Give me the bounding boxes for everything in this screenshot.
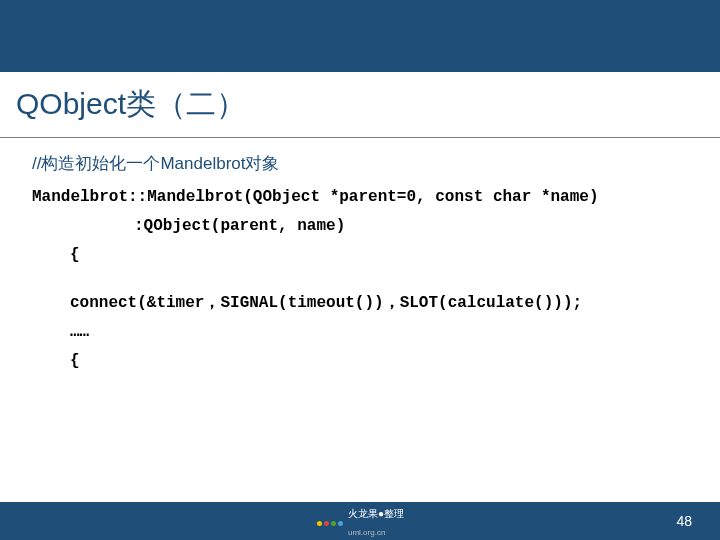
slide-title: QObject类（二）	[0, 72, 720, 133]
footer-logo: 火龙果●整理 uml.org.cn	[316, 503, 404, 539]
code-comment: //构造初始化一个Mandelbrot对象	[32, 152, 688, 175]
spacer	[32, 269, 688, 289]
code-brace-open-2: {	[32, 347, 688, 376]
code-ellipsis: ……	[32, 318, 688, 347]
code-brace-open: {	[32, 241, 688, 270]
title-underline	[0, 137, 720, 138]
top-banner	[0, 0, 720, 72]
code-line-1: Mandelbrot::Mandelbrot(QObject *parent=0…	[32, 183, 688, 212]
logo-title: 火龙果●整理	[348, 508, 404, 519]
slide-content: //构造初始化一个Mandelbrot对象 Mandelbrot::Mandel…	[0, 152, 720, 376]
logo-text-wrap: 火龙果●整理 uml.org.cn	[348, 503, 404, 539]
logo-url: uml.org.cn	[348, 528, 385, 537]
page-number: 48	[676, 513, 720, 529]
code-connect: connect(&timer，SIGNAL(timeout())，SLOT(ca…	[32, 289, 688, 318]
code-line-2: :QObject(parent, name)	[32, 212, 688, 241]
logo-dots-icon	[316, 512, 344, 530]
footer-bar: 火龙果●整理 uml.org.cn 48	[0, 502, 720, 540]
